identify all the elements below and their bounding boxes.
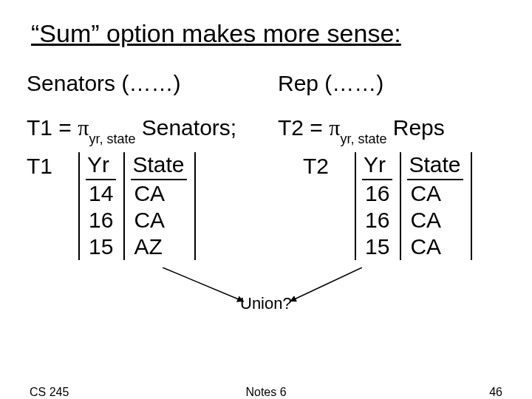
t1-cell: 15 bbox=[86, 233, 116, 260]
t1-col-yr: Yr 14 16 15 bbox=[78, 152, 123, 260]
t1-grid: Yr 14 16 15 State CA CA AZ bbox=[78, 152, 196, 260]
t1-label: T1 bbox=[27, 152, 78, 179]
t2-relation: Reps bbox=[386, 115, 444, 140]
t2-def-eq: = bbox=[304, 115, 329, 140]
t2-definition: T2 = πyr, state Reps bbox=[278, 115, 517, 144]
t2-cell: 16 bbox=[362, 180, 392, 207]
t1-cell: 14 bbox=[86, 180, 116, 207]
schema-row: Senators (……) Rep (……) bbox=[27, 71, 505, 96]
t2-hdr-yr: Yr bbox=[362, 152, 392, 180]
schema-rep: Rep (……) bbox=[278, 71, 505, 96]
footer-notes: Notes 6 bbox=[0, 386, 532, 399]
footer-page: 46 bbox=[489, 386, 502, 399]
pi-symbol: π bbox=[78, 115, 89, 140]
t1-cell: AZ bbox=[131, 233, 187, 260]
t2-cell: 15 bbox=[362, 233, 392, 260]
t2-def-label: T2 bbox=[278, 115, 304, 140]
t1-definition: T1 = πyr, state Senators; bbox=[27, 115, 278, 144]
union-label: Union? bbox=[240, 294, 292, 313]
t1-hdr-yr: Yr bbox=[86, 152, 116, 180]
t2-projection-sub: yr, state bbox=[340, 132, 386, 146]
t1-def-eq: = bbox=[52, 115, 78, 140]
table-t1: T1 Yr 14 16 15 State CA CA AZ bbox=[27, 152, 278, 260]
slide: “Sum” option makes more sense: Senators … bbox=[0, 0, 532, 399]
t2-grid: Yr 16 16 15 State CA CA CA bbox=[355, 152, 472, 260]
t2-col-state: State CA CA CA bbox=[400, 152, 472, 260]
t2-cell: 16 bbox=[362, 207, 392, 233]
t1-cell: CA bbox=[131, 180, 187, 207]
t1-col-state: State CA CA AZ bbox=[123, 152, 196, 260]
tables-area: T1 Yr 14 16 15 State CA CA AZ T2 bbox=[27, 152, 505, 260]
definitions-row: T1 = πyr, state Senators; T2 = πyr, stat… bbox=[27, 115, 517, 144]
t1-cell: 16 bbox=[86, 207, 116, 233]
t2-hdr-state: State bbox=[407, 152, 463, 180]
t1-hdr-state: State bbox=[131, 152, 187, 180]
t1-relation: Senators; bbox=[135, 115, 236, 140]
pi-symbol: π bbox=[329, 115, 340, 140]
t2-label: T2 bbox=[303, 152, 355, 179]
t2-col-yr: Yr 16 16 15 bbox=[355, 152, 400, 260]
slide-title: “Sum” option makes more sense: bbox=[31, 19, 401, 48]
t2-cell: CA bbox=[407, 207, 463, 233]
t1-projection-sub: yr, state bbox=[89, 132, 135, 146]
svg-line-0 bbox=[163, 267, 244, 301]
t1-def-label: T1 bbox=[27, 115, 52, 140]
schema-senators: Senators (……) bbox=[27, 71, 278, 96]
table-t2: T2 Yr 16 16 15 State CA CA CA bbox=[278, 152, 505, 260]
t1-cell: CA bbox=[131, 207, 187, 233]
t2-cell: CA bbox=[407, 180, 463, 207]
t2-cell: CA bbox=[407, 233, 463, 260]
svg-line-1 bbox=[290, 267, 362, 301]
